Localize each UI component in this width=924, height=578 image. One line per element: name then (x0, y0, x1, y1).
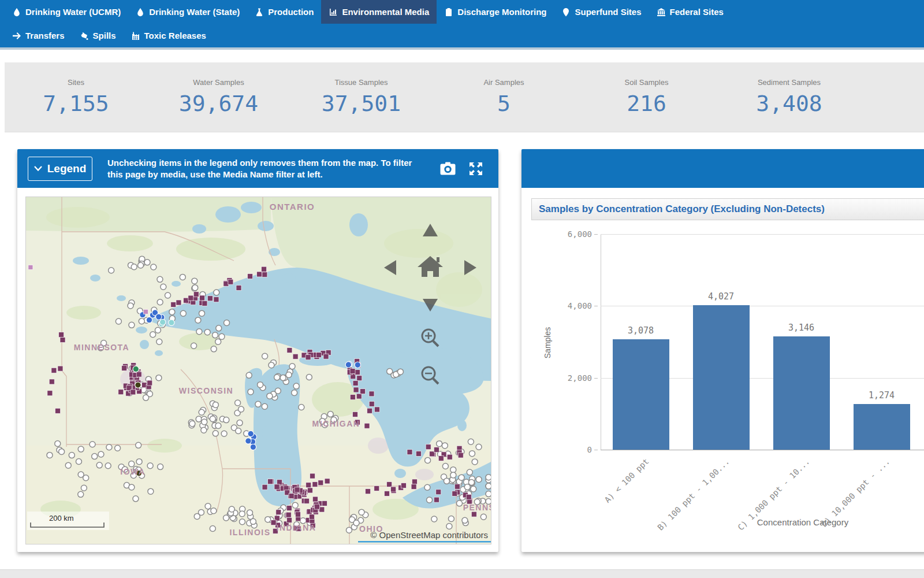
marker-white[interactable] (280, 375, 286, 380)
marker-purple[interactable] (323, 354, 329, 359)
marker-purple[interactable] (131, 390, 136, 395)
expand-icon[interactable] (468, 161, 483, 176)
marker-blue[interactable] (355, 362, 360, 368)
marker-purple[interactable] (214, 297, 219, 302)
marker-purple[interactable] (310, 473, 315, 479)
marker-purple[interactable] (322, 501, 327, 506)
marker-white[interactable] (191, 343, 197, 349)
marker-white[interactable] (442, 463, 448, 469)
marker-purple[interactable] (200, 295, 205, 301)
marker-purple[interactable] (401, 483, 406, 488)
marker-white[interactable] (387, 369, 393, 375)
marker-white[interactable] (229, 506, 234, 512)
camera-icon[interactable] (440, 162, 456, 175)
marker-white[interactable] (476, 444, 482, 450)
marker-purple[interactable] (357, 376, 362, 381)
marker-white[interactable] (169, 309, 175, 315)
marker-purple[interactable] (366, 489, 371, 494)
marker-purple[interactable] (312, 497, 318, 502)
marker-white[interactable] (239, 511, 245, 517)
marker-purple[interactable] (136, 372, 141, 377)
marker-green[interactable] (133, 366, 139, 372)
marker-purple[interactable] (287, 517, 292, 523)
marker-dark[interactable] (135, 382, 141, 388)
marker-white[interactable] (213, 431, 218, 436)
marker-white[interactable] (269, 362, 274, 368)
marker-purple[interactable] (271, 520, 276, 525)
marker-purple[interactable] (426, 444, 431, 450)
marker-white[interactable] (224, 320, 230, 325)
marker-purple[interactable] (306, 483, 311, 488)
marker-purple[interactable] (356, 394, 362, 399)
marker-purple[interactable] (387, 481, 392, 487)
marker-purple[interactable] (374, 407, 379, 412)
nav-item-spills[interactable]: Spills (72, 24, 124, 47)
marker-white[interactable] (424, 484, 430, 490)
marker-white[interactable] (211, 346, 217, 352)
marker-white[interactable] (151, 264, 157, 270)
marker-white[interactable] (204, 329, 210, 335)
marker-white[interactable] (129, 322, 135, 328)
marker-white[interactable] (346, 527, 352, 533)
marker-purple[interactable] (436, 490, 441, 495)
bar-a[interactable] (613, 339, 669, 450)
marker-purple[interactable] (471, 512, 476, 517)
marker-purple[interactable] (318, 480, 323, 486)
marker-white[interactable] (262, 403, 267, 409)
marker-white[interactable] (78, 491, 84, 497)
marker-white[interactable] (265, 517, 271, 523)
marker-white[interactable] (210, 525, 215, 531)
marker-purple[interactable] (207, 296, 213, 301)
marker-white[interactable] (81, 485, 87, 491)
marker-blue[interactable] (345, 362, 351, 368)
marker-white[interactable] (201, 427, 207, 433)
marker-purple[interactable] (193, 292, 199, 297)
marker-white[interactable] (223, 417, 229, 423)
marker-purple[interactable] (58, 366, 63, 371)
marker-white[interactable] (353, 520, 359, 526)
marker-white[interactable] (480, 514, 486, 520)
marker-white[interactable] (96, 462, 102, 468)
marker-purple[interactable] (374, 486, 379, 491)
marker-purple[interactable] (315, 504, 320, 509)
marker-white[interactable] (90, 442, 95, 447)
marker-purple[interactable] (286, 512, 291, 517)
marker-white[interactable] (359, 509, 364, 515)
marker-purple[interactable] (384, 491, 389, 496)
marker-white[interactable] (448, 516, 454, 521)
marker-purple[interactable] (367, 408, 372, 413)
marker-white[interactable] (258, 382, 263, 388)
nav-item-toxic-releases[interactable]: Toxic Releases (124, 24, 214, 47)
marker-white[interactable] (115, 445, 121, 451)
marker-white[interactable] (476, 477, 482, 483)
marker-white[interactable] (202, 419, 207, 425)
nav-item-drinking-water-state[interactable]: Drinking Water (State) (128, 0, 247, 24)
marker-white[interactable] (205, 503, 211, 509)
marker-white[interactable] (431, 516, 437, 522)
marker-white[interactable] (129, 484, 135, 490)
marker-purple[interactable] (353, 387, 359, 392)
marker-white[interactable] (286, 372, 292, 377)
marker-purple[interactable] (122, 365, 127, 370)
marker-purple[interactable] (176, 300, 181, 305)
marker-white[interactable] (196, 329, 202, 335)
marker-white[interactable] (306, 375, 312, 380)
marker-purple[interactable] (60, 338, 65, 343)
marker-purple[interactable] (360, 389, 366, 394)
marker-white[interactable] (194, 513, 200, 519)
marker-purple[interactable] (434, 447, 439, 453)
marker-white[interactable] (136, 442, 141, 448)
marker-purple[interactable] (274, 484, 280, 490)
marker-white[interactable] (248, 389, 254, 395)
marker-white[interactable] (456, 501, 462, 506)
map-container[interactable]: ONTARIOMINNESOTAWISCONSINMICHIGANIOWAILL… (25, 197, 491, 544)
marker-purple[interactable] (305, 355, 311, 360)
marker-purple[interactable] (353, 380, 358, 386)
marker-white[interactable] (128, 303, 133, 309)
marker-white[interactable] (437, 441, 442, 447)
marker-white[interactable] (136, 459, 142, 465)
marker-purple[interactable] (236, 285, 241, 290)
marker-white[interactable] (237, 420, 243, 426)
marker-white[interactable] (189, 421, 195, 427)
marker-white[interactable] (250, 518, 256, 524)
